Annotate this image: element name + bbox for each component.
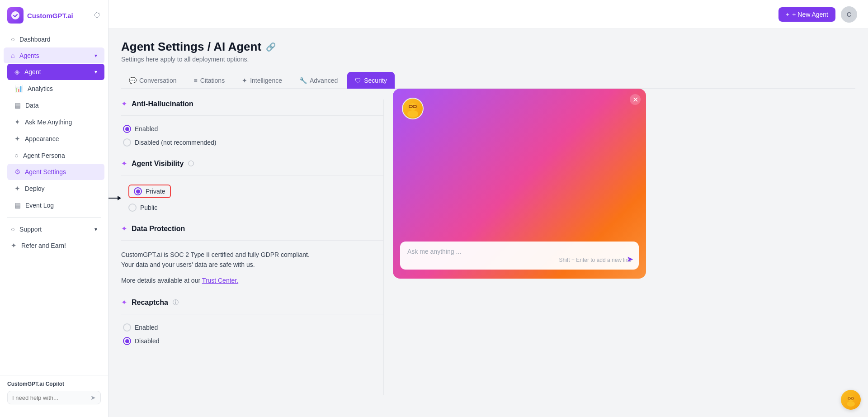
topbar: + + New Agent C (108, 0, 868, 29)
anti-hallucination-disabled[interactable]: Disabled (not recommended) (123, 138, 383, 147)
sidebar-item-label: Deploy (25, 185, 45, 192)
sidebar-item-deploy[interactable]: ✦ Deploy (7, 180, 104, 197)
tab-intelligence[interactable]: ✦ Intelligence (234, 72, 290, 89)
sidebar-item-label: Agent (24, 68, 41, 76)
sidebar-item-agents[interactable]: ⌂ Agents ▾ (4, 47, 104, 63)
tab-advanced-label: Advanced (310, 77, 338, 84)
copilot-send-icon[interactable]: ➤ (90, 394, 96, 401)
agent-icon: ◈ (14, 68, 20, 76)
tab-security-label: Security (364, 77, 387, 84)
section-header-recaptcha: ✦ Recaptcha ⓘ (121, 298, 383, 307)
sidebar-item-agent-settings[interactable]: ⚙ Agent Settings (7, 164, 104, 180)
avatar-placeholder (403, 99, 423, 118)
radio-inner (125, 127, 129, 131)
sidebar-item-dashboard[interactable]: ○ Dashboard (4, 31, 104, 47)
trust-center-link[interactable]: Trust Center. (202, 277, 238, 284)
data-protection-section: ✦ Data Protection CustomGPT.ai is SOC 2 … (121, 224, 383, 285)
section-header-visibility: ✦ Agent Visibility ⓘ (121, 159, 383, 168)
copilot-label: CustomGPT.ai Copilot (7, 381, 101, 387)
tab-conversation-label: Conversation (139, 77, 177, 84)
chat-send-button[interactable]: ➤ (627, 254, 633, 264)
tab-security[interactable]: 🛡 Security (347, 72, 395, 89)
data-protection-link-text: More details available at our Trust Cent… (121, 275, 383, 285)
sidebar-item-refer-earn[interactable]: ✦ Refer and Earn! (4, 237, 104, 254)
section-divider (121, 175, 383, 175)
sparkle-icon: ✦ (121, 100, 127, 108)
share-icon[interactable]: 🔗 (266, 42, 276, 52)
data-icon: ▤ (14, 101, 21, 109)
sidebar-item-ask-me-anything[interactable]: ✦ Ask Me Anything (7, 114, 104, 130)
chevron-down-icon: ▾ (94, 69, 97, 75)
deploy-icon: ✦ (14, 185, 20, 193)
sidebar-item-label: Refer and Earn! (21, 242, 66, 249)
tabs: 💬 Conversation ≡ Citations ✦ Intelligenc… (121, 72, 855, 89)
sidebar-item-support[interactable]: ○ Support ▾ (4, 221, 104, 237)
visibility-public[interactable]: Public (128, 204, 171, 212)
radio-outer (134, 187, 142, 195)
intelligence-tab-icon: ✦ (242, 77, 247, 84)
tab-citations-label: Citations (200, 77, 225, 84)
content-body: ✦ Anti-Hallucination Enabled (121, 89, 855, 406)
preview-close-button[interactable]: ✕ (630, 94, 641, 105)
radio-label: Private (146, 188, 165, 195)
visibility-private[interactable]: Private (128, 185, 171, 198)
info-icon-2[interactable]: ⓘ (173, 299, 179, 307)
sidebar-item-event-log[interactable]: ▤ Event Log (7, 197, 104, 213)
recaptcha-enabled[interactable]: Enabled (123, 323, 383, 332)
radio-label: Disabled (not recommended) (135, 139, 217, 146)
radio-label: Enabled (135, 125, 158, 133)
logo-icon (7, 7, 24, 24)
radio-inner (125, 339, 129, 343)
ask-icon: ✦ (14, 118, 20, 126)
data-protection-description: CustomGPT.ai is SOC 2 Type II certified … (121, 250, 383, 270)
anti-hallucination-enabled[interactable]: Enabled (123, 125, 383, 133)
sparkle-icon-3: ✦ (121, 224, 127, 233)
new-agent-label: + New Agent (792, 11, 828, 18)
sidebar-item-label: Appearance (25, 135, 59, 142)
sidebar-nav: ○ Dashboard ⌂ Agents ▾ ◈ Agent ▾ 📊 Analy… (0, 31, 108, 375)
sidebar-item-label: Dashboard (19, 36, 51, 43)
new-agent-button[interactable]: + + New Agent (778, 7, 835, 22)
sidebar-item-label: Agent Settings (25, 168, 66, 175)
recaptcha-title: Recaptcha (132, 299, 168, 307)
radio-outer (123, 138, 131, 147)
nav-divider (7, 217, 101, 218)
chevron-down-icon: ▾ (94, 52, 97, 59)
settings-panel: ✦ Anti-Hallucination Enabled (121, 89, 383, 406)
citations-tab-icon: ≡ (194, 77, 198, 84)
tab-conversation[interactable]: 💬 Conversation (121, 72, 184, 89)
content: Agent Settings / AI Agent 🔗 Settings her… (108, 29, 868, 417)
preview-avatar (402, 98, 424, 119)
section-divider (121, 314, 383, 314)
chat-placeholder: Ask me anything ... (407, 248, 632, 255)
user-avatar[interactable]: C (841, 6, 857, 23)
bottom-right-avatar[interactable] (841, 390, 861, 410)
section-header-data-protection: ✦ Data Protection (121, 224, 383, 233)
anti-hallucination-section: ✦ Anti-Hallucination Enabled (121, 100, 383, 147)
sidebar-item-agent[interactable]: ◈ Agent ▾ (7, 64, 104, 80)
radio-outer (123, 125, 131, 133)
sidebar-item-label: Analytics (28, 85, 53, 92)
copilot-input-wrap: ➤ (7, 391, 101, 404)
info-icon[interactable]: ⓘ (188, 160, 194, 168)
tab-advanced[interactable]: 🔧 Advanced (292, 72, 345, 89)
sidebar-item-appearance[interactable]: ✦ Appearance (7, 131, 104, 147)
radio-outer (123, 323, 131, 332)
tab-citations[interactable]: ≡ Citations (186, 72, 233, 89)
sidebar-item-label: Agents (19, 52, 39, 59)
recaptcha-disabled[interactable]: Disabled (123, 337, 383, 345)
sparkle-icon-4: ✦ (121, 298, 127, 307)
data-protection-title: Data Protection (132, 225, 185, 233)
page-subtitle: Settings here apply to all deployment op… (121, 56, 855, 63)
clock-icon[interactable]: ⏱ (94, 11, 101, 19)
sidebar-item-data[interactable]: ▤ Data (7, 97, 104, 114)
preview-widget: ✕ (393, 89, 646, 279)
copilot-input[interactable] (12, 394, 90, 401)
sidebar-item-label: Data (25, 102, 39, 109)
sidebar-item-agent-persona[interactable]: ○ Agent Persona (7, 147, 104, 163)
svg-point-6 (847, 401, 855, 407)
section-divider (121, 115, 383, 116)
agents-icon: ⌂ (11, 52, 15, 59)
sidebar-item-analytics[interactable]: 📊 Analytics (7, 81, 104, 97)
anti-hallucination-options: Enabled Disabled (not recommended) (121, 125, 383, 147)
